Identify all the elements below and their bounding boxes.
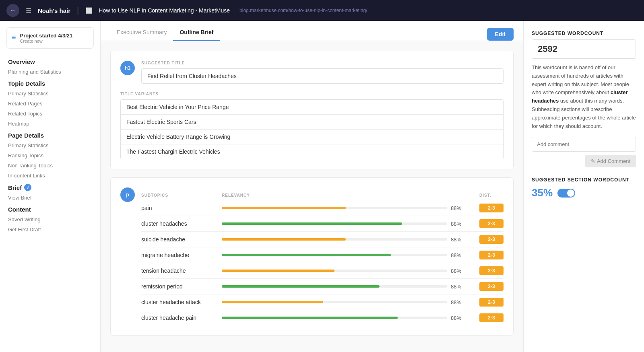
relevancy-bar-container (222, 207, 447, 209)
relevancy-col-label: RELEVANCY (222, 193, 447, 198)
relevancy-pct: 88% (447, 299, 461, 305)
subtopics-section: SUBTOPICS RELEVANCY DIST. pain 88% 2-3 (141, 191, 504, 325)
relevancy-pct: 88% (447, 237, 461, 243)
sidebar-item-related-topics[interactable]: Related Topics (0, 109, 100, 119)
back-button[interactable]: ← (6, 4, 19, 17)
h1-badge: h1 (120, 61, 135, 75)
variant-item-4[interactable]: The Fastest Chargin Electric Vehicles (121, 144, 503, 159)
project-icon: ≡ (12, 33, 16, 42)
relevancy-bar-container (222, 270, 447, 272)
sidebar-item-get-first-draft[interactable]: Get First Draft (0, 224, 100, 235)
sidebar-item-saved-writing[interactable]: Saved Writing (0, 214, 100, 224)
subtopic-row: remission period 88% 2-3 (141, 278, 504, 294)
relevancy-bar (222, 285, 380, 288)
relevancy-bar-bg (222, 301, 447, 303)
dist-badge: 2-3 (479, 204, 504, 212)
brief-label: Brief (8, 184, 22, 191)
variant-item-2[interactable]: Fastest Electric Sports Cars (121, 115, 503, 130)
dist-badge: 2-3 (479, 266, 504, 275)
sidebar-item-ranking-topics[interactable]: Ranking Topics (0, 150, 100, 161)
subtopic-row: cluster headache attack 88% 2-3 (141, 294, 504, 310)
relevancy-bar-bg (222, 222, 447, 225)
sidebar-item-primary-stats-page[interactable]: Primary Statistics (0, 140, 100, 150)
sidebar-page-details-title: Page Details (0, 129, 100, 140)
workspace-doc-icon: ☰ (26, 7, 31, 14)
sidebar-overview-title: Overview (0, 55, 100, 67)
relevancy-pct: 88% (447, 221, 461, 227)
sidebar-item-heatmap[interactable]: Heatmap (0, 119, 100, 129)
page-doc-icon: ⬜ (85, 7, 92, 14)
nav-url[interactable]: blog.marketmuse.com/how-to-use-nlp-in-co… (239, 8, 367, 13)
relevancy-bar (222, 301, 323, 303)
comment-icon: ✎ (591, 158, 595, 164)
relevancy-pct: 88% (447, 205, 461, 211)
sidebar-item-in-content-links[interactable]: In-content Links (0, 171, 100, 181)
edit-button[interactable]: Edit (487, 28, 514, 41)
tab-outline-brief[interactable]: Outline Brief (173, 24, 220, 41)
subtopic-name: pain (141, 205, 222, 211)
sidebar-content-title: Content (0, 203, 100, 214)
sidebar: ≡ Project started 4/3/21 Create new Over… (0, 21, 101, 352)
title-variants-label: TITLE VARIANTS (120, 92, 504, 96)
relevancy-bar-container (222, 222, 447, 225)
dist-col-label: DIST. (479, 193, 504, 198)
suggested-title-input[interactable] (141, 68, 504, 84)
dist-badge: 2-3 (479, 282, 504, 291)
add-comment-button[interactable]: ✎ Add Comment (585, 155, 636, 167)
section-wordcount-label: SUGGESTED SECTION WORDCOUNT (532, 177, 636, 183)
comment-input[interactable] (532, 137, 636, 152)
project-card[interactable]: ≡ Project started 4/3/21 Create new (6, 27, 94, 49)
toggle-knob (567, 189, 574, 197)
sidebar-topic-details-title: Topic Details (0, 77, 100, 89)
sidebar-item-view-brief[interactable]: View Brief (0, 193, 100, 203)
relevancy-bar-container (222, 254, 447, 256)
section-header: h1 SUGGESTED TITLE (120, 61, 504, 84)
sidebar-item-primary-stats-topic[interactable]: Primary Statistics (0, 89, 100, 99)
relevancy-bar (222, 207, 346, 209)
relevancy-bar (222, 222, 402, 225)
relevancy-bar (222, 270, 334, 272)
subtopic-name: cluster headaches (141, 220, 222, 227)
relevancy-pct: 88% (447, 252, 461, 258)
relevancy-bar-bg (222, 238, 447, 241)
p-section-card: p SUBTOPICS RELEVANCY DIST. pain (110, 177, 514, 336)
relevancy-bar (222, 238, 346, 241)
wordcount-box: 2592 (532, 39, 636, 59)
toggle-switch[interactable] (557, 189, 575, 198)
nav-page-title: How to Use NLP in Content Marketing - Ma… (99, 7, 230, 14)
back-icon: ← (10, 7, 16, 14)
brief-check-badge: ✓ (24, 184, 31, 191)
subtopics-rows: pain 88% 2-3 cluster headaches 88% 2-3 s… (141, 200, 504, 325)
relevancy-bar-container (222, 317, 447, 319)
sidebar-item-related-pages[interactable]: Related Pages (0, 99, 100, 109)
suggested-section-wordcount: SUGGESTED SECTION WORDCOUNT 35% (532, 177, 636, 199)
subtopic-row: tension headache 88% 2-3 (141, 263, 504, 278)
subtopic-name: cluster headache attack (141, 299, 222, 305)
sidebar-brief-title: Brief ✓ (0, 181, 100, 193)
relevancy-bar-bg (222, 254, 447, 256)
scroll-content: h1 SUGGESTED TITLE TITLE VARIANTS Best E… (101, 41, 523, 352)
variant-item-1[interactable]: Best Electric Vehicle in Your Price Rang… (121, 100, 503, 115)
sidebar-item-planning[interactable]: Planning and Statistics (0, 67, 100, 77)
project-sub[interactable]: Create new (20, 39, 73, 43)
content-area: Executive Summary Outline Brief Edit h1 … (101, 21, 523, 352)
relevancy-bar-container (222, 238, 447, 241)
subtopic-name: cluster headache pain (141, 315, 222, 321)
subtopic-name: tension headache (141, 268, 222, 274)
subtopic-name: remission period (141, 283, 222, 290)
variant-item-3[interactable]: Electric Vehicle Battery Range is Growin… (121, 130, 503, 144)
dist-badge: 2-3 (479, 251, 504, 259)
tabs-bar: Executive Summary Outline Brief Edit (101, 21, 523, 41)
relevancy-bar-container (222, 301, 447, 303)
dist-badge: 2-3 (479, 219, 504, 228)
subtopic-name: suicide headache (141, 236, 222, 243)
tab-executive-summary[interactable]: Executive Summary (110, 24, 173, 41)
dist-badge: 2-3 (479, 313, 504, 322)
main-layout: ≡ Project started 4/3/21 Create new Over… (0, 21, 644, 352)
relevancy-bar-container (222, 285, 447, 288)
sidebar-item-non-ranking-topics[interactable]: Non-ranking Topics (0, 161, 100, 171)
subtopic-row: cluster headache pain 88% 2-3 (141, 310, 504, 325)
relevancy-bar-bg (222, 207, 447, 209)
title-variants-list: Best Electric Vehicle in Your Price Rang… (120, 99, 504, 159)
subtopic-row: pain 88% 2-3 (141, 200, 504, 216)
